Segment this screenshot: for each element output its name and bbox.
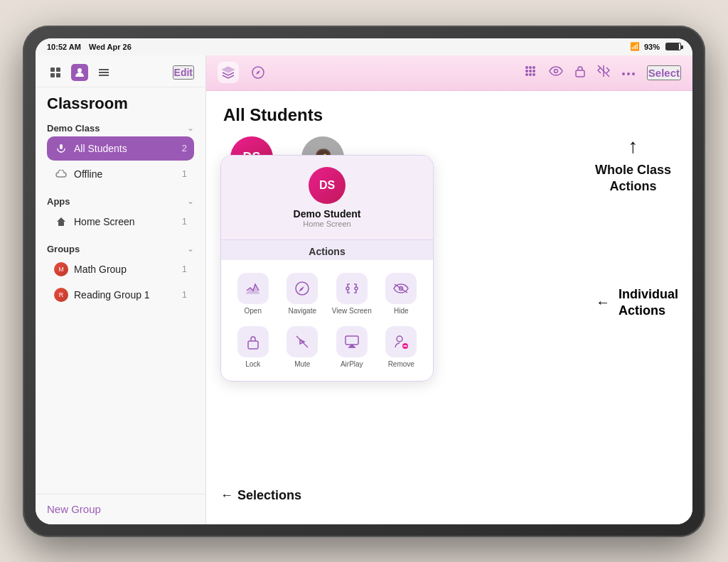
toolbar-layers-icon[interactable]	[218, 62, 239, 83]
offline-label: Offline	[74, 168, 182, 180]
section-apps-label: Apps	[47, 196, 70, 207]
svg-point-20	[532, 73, 535, 76]
all-students-count: 2	[182, 143, 187, 153]
sidebar-item-reading-group[interactable]: R Reading Group 1 1	[47, 283, 194, 307]
page-title: All Students	[223, 105, 675, 125]
sidebar-footer: New Group	[36, 494, 205, 524]
actions-popup: DS Demo Student Home Screen Actions	[220, 155, 434, 382]
section-demo-class-chevron: ⌄	[187, 123, 194, 133]
all-students-label: All Students	[74, 143, 182, 154]
reading-group-label: Reading Group 1	[74, 289, 182, 301]
toolbar-compass-icon[interactable]	[247, 62, 269, 83]
toolbar: Select	[206, 55, 692, 91]
tablet-screen: 10:52 AM Wed Apr 26 📶 93%	[36, 38, 692, 524]
section-demo-class-label: Demo Class	[47, 123, 100, 134]
selections-label: Selections	[237, 488, 301, 503]
svg-rect-1	[56, 67, 60, 72]
svg-point-17	[532, 70, 535, 72]
toolbar-right: Select	[523, 64, 681, 81]
remove-label: Remove	[388, 360, 414, 368]
cloud-icon	[54, 167, 68, 181]
svg-point-21	[554, 70, 557, 73]
popup-actions-label: Actions	[221, 240, 433, 260]
navigate-label: Navigate	[289, 307, 316, 315]
new-group-button[interactable]: New Group	[47, 503, 101, 515]
svg-point-4	[77, 68, 82, 72]
svg-rect-10	[58, 222, 64, 226]
airplay-label: AirPlay	[341, 360, 363, 368]
svg-point-29	[355, 287, 358, 290]
sidebar-icon-group	[47, 64, 112, 81]
svg-point-26	[632, 72, 635, 75]
status-bar: 10:52 AM Wed Apr 26 📶 93%	[36, 38, 692, 55]
toolbar-more-icon[interactable]	[621, 66, 636, 79]
svg-rect-3	[56, 73, 60, 77]
action-remove[interactable]: Remove	[377, 320, 427, 374]
svg-rect-0	[50, 67, 55, 72]
navigate-icon	[287, 273, 318, 304]
open-label: Open	[245, 307, 262, 315]
battery-icon	[665, 43, 681, 50]
sidebar-item-math-group[interactable]: M Math Group 1	[47, 257, 194, 281]
svg-rect-6	[99, 72, 109, 73]
sidebar-item-home-screen[interactable]: Home Screen 1	[47, 210, 194, 234]
toolbar-mute-icon[interactable]	[597, 65, 610, 80]
select-button[interactable]: Select	[647, 65, 681, 80]
action-navigate[interactable]: Navigate	[278, 267, 328, 320]
popup-subtitle: Home Screen	[303, 220, 350, 228]
section-apps-header: Apps ⌄	[47, 196, 194, 207]
status-time-date: 10:52 AM Wed Apr 26	[47, 43, 132, 51]
remove-icon	[385, 326, 417, 357]
svg-rect-34	[346, 336, 358, 345]
lock-icon	[237, 326, 269, 357]
hide-icon	[385, 273, 417, 304]
open-icon	[237, 273, 269, 304]
action-lock[interactable]: Lock	[228, 320, 278, 374]
math-group-label: Math Group	[74, 264, 182, 275]
math-group-count: 1	[182, 264, 187, 274]
wifi-icon: 📶	[630, 42, 640, 51]
sidebar: Edit Classroom Demo Class ⌄	[36, 55, 206, 524]
actions-grid: Open Navigate	[221, 260, 433, 381]
main-content: Select All Students DS Demo Display Off	[206, 55, 692, 524]
sidebar-item-offline[interactable]: Offline 1	[47, 162, 194, 186]
svg-rect-5	[99, 69, 109, 70]
action-hide[interactable]: Hide	[377, 267, 427, 320]
selections-annotation: ← Selections	[220, 488, 301, 503]
svg-point-14	[532, 66, 535, 69]
svg-point-18	[525, 73, 528, 76]
toolbar-lock-icon[interactable]	[574, 65, 586, 80]
offline-count: 1	[182, 168, 187, 179]
edit-button[interactable]: Edit	[173, 65, 194, 80]
toolbar-grid-icon[interactable]	[523, 64, 537, 81]
popup-name: Demo Student	[294, 208, 361, 220]
popup-header: DS Demo Student Home Screen	[221, 156, 433, 240]
section-demo-class: Demo Class ⌄ All Students 2	[36, 117, 205, 190]
toolbar-eye-icon[interactable]	[549, 66, 563, 79]
home-screen-label: Home Screen	[74, 216, 182, 227]
section-demo-class-header: Demo Class ⌄	[47, 123, 194, 134]
view-screen-label: View Screen	[332, 307, 372, 315]
svg-rect-22	[576, 70, 584, 77]
sidebar-grid-icon[interactable]	[47, 64, 64, 81]
home-screen-count: 1	[182, 216, 187, 227]
svg-point-25	[627, 72, 630, 75]
section-apps-chevron: ⌄	[187, 196, 194, 206]
sidebar-item-all-students[interactable]: All Students 2	[47, 136, 194, 161]
sidebar-person-icon[interactable]	[71, 64, 88, 81]
svg-point-12	[525, 66, 528, 69]
popup-avatar: DS	[309, 167, 346, 204]
svg-rect-8	[60, 144, 63, 149]
tablet-frame: 10:52 AM Wed Apr 26 📶 93%	[23, 26, 705, 537]
mute-icon	[287, 326, 318, 357]
svg-point-19	[529, 73, 532, 76]
svg-rect-2	[50, 73, 55, 77]
action-mute[interactable]: Mute	[278, 320, 328, 374]
whole-class-annotation: ↑ Whole ClassActions	[595, 134, 671, 195]
sidebar-list-icon[interactable]	[95, 64, 112, 81]
airplay-icon	[336, 326, 368, 357]
svg-point-35	[397, 336, 402, 342]
action-view-screen[interactable]: View Screen	[327, 267, 377, 320]
action-airplay[interactable]: AirPlay	[327, 320, 377, 374]
action-open[interactable]: Open	[228, 267, 278, 320]
